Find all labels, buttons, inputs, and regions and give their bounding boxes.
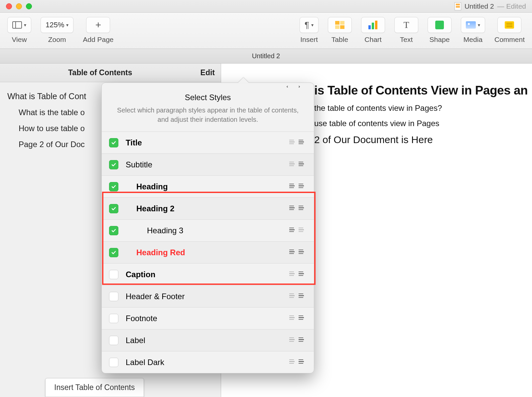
outdent-button[interactable]: ‹ <box>287 250 295 256</box>
indent-icon <box>299 206 307 212</box>
style-label[interactable]: Title <box>118 138 287 147</box>
outdent-icon <box>287 162 295 168</box>
style-row: Footnote ‹ › <box>102 307 314 329</box>
outdent-button: ‹ <box>287 140 295 146</box>
outdent-button: ‹ <box>287 315 295 321</box>
indent-button[interactable]: › <box>299 250 307 256</box>
text-button[interactable]: T <box>394 17 418 33</box>
table-label: Table <box>332 36 348 44</box>
zoom-value: 125% <box>46 21 64 29</box>
style-checkbox[interactable] <box>109 270 118 279</box>
indent-icon <box>299 294 307 299</box>
style-checkbox[interactable] <box>109 138 118 147</box>
style-label[interactable]: Heading 3 <box>118 226 287 235</box>
style-row: Subtitle ‹ › <box>102 153 314 175</box>
indent-button[interactable]: › <box>299 140 307 146</box>
indent-button[interactable]: › <box>299 337 307 343</box>
document-tab[interactable]: Untitled 2 <box>252 52 280 60</box>
style-label[interactable]: Header & Footer <box>118 292 287 301</box>
outdent-button: ‹ <box>287 359 295 365</box>
outdent-icon <box>287 315 295 321</box>
document-subheading-1: the table of contents view in Pages? <box>314 103 522 113</box>
style-checkbox[interactable] <box>109 358 118 367</box>
indent-icon <box>299 140 307 146</box>
table-icon <box>335 21 344 29</box>
indent-controls: ‹ › <box>287 250 307 256</box>
indent-button[interactable]: › <box>299 359 307 365</box>
indent-button[interactable]: › <box>299 294 307 299</box>
indent-button[interactable]: › <box>299 162 307 168</box>
style-label[interactable]: Heading <box>118 182 287 191</box>
shape-icon <box>435 21 444 29</box>
text-icon: T <box>403 20 409 30</box>
shape-button[interactable] <box>428 17 452 33</box>
outdent-icon <box>287 206 295 212</box>
document-subheading-2: use table of contents view in Pages <box>314 119 522 128</box>
add-page-button[interactable]: + <box>86 17 110 33</box>
style-checkbox[interactable] <box>109 248 118 257</box>
document-title: is Table of Contents View in Pages an <box>314 84 522 98</box>
style-label[interactable]: Heading 2 <box>118 204 287 213</box>
style-label[interactable]: Label <box>126 336 145 345</box>
style-label[interactable]: Heading Red <box>118 248 287 257</box>
media-icon <box>466 21 476 29</box>
outdent-button[interactable]: ‹ <box>287 228 295 234</box>
outdent-button: ‹ <box>287 272 295 278</box>
style-label[interactable]: Caption <box>118 270 287 279</box>
chevron-down-icon: ▾ <box>311 22 314 28</box>
indent-icon <box>299 250 307 256</box>
insert-toc-button[interactable]: Insert Table of Contents <box>45 378 144 397</box>
outdent-icon <box>287 250 295 256</box>
document-icon <box>455 2 461 10</box>
view-label: View <box>12 36 27 44</box>
chart-button[interactable] <box>361 17 385 33</box>
indent-controls: ‹ › <box>287 140 307 146</box>
outdent-icon <box>287 359 295 365</box>
style-checkbox[interactable] <box>109 336 118 345</box>
style-checkbox[interactable] <box>109 182 118 191</box>
text-label: Text <box>400 36 413 44</box>
close-window-button[interactable] <box>6 3 12 9</box>
fullscreen-window-button[interactable] <box>26 3 32 9</box>
outdent-button: ‹ <box>287 162 295 168</box>
comment-button[interactable] <box>497 17 521 33</box>
indent-controls: ‹ › <box>287 272 307 278</box>
style-checkbox[interactable] <box>109 160 118 169</box>
zoom-label: Zoom <box>48 36 66 44</box>
indent-button[interactable]: › <box>299 315 307 321</box>
indent-button[interactable]: › <box>299 184 307 190</box>
style-row: Heading ‹ › <box>102 175 314 197</box>
table-button[interactable] <box>328 17 352 33</box>
indent-icon <box>299 228 307 234</box>
outdent-button[interactable]: ‹ <box>287 206 295 212</box>
style-row: Caption ‹ › <box>102 263 314 285</box>
media-label: Media <box>464 36 482 44</box>
indent-icon <box>299 272 307 278</box>
zoom-button[interactable]: 125% ▾ <box>41 17 73 33</box>
style-checkbox[interactable] <box>109 292 118 301</box>
style-label[interactable]: Footnote <box>118 314 287 323</box>
chart-label: Chart <box>364 36 381 44</box>
indent-button[interactable]: › <box>299 206 307 212</box>
style-checkbox[interactable] <box>109 314 118 323</box>
sidebar-edit-button[interactable]: Edit <box>200 68 221 77</box>
chevron-down-icon: ▾ <box>478 22 480 28</box>
indent-controls: ‹ › <box>287 206 307 212</box>
style-checkbox[interactable] <box>109 204 118 213</box>
style-checkbox[interactable] <box>109 226 118 235</box>
indent-controls: ‹ › <box>287 315 307 321</box>
style-label[interactable]: Subtitle <box>118 160 287 169</box>
style-label[interactable]: Label Dark <box>118 358 287 367</box>
indent-icon <box>299 162 307 168</box>
outdent-button[interactable]: ‹ <box>287 184 295 190</box>
indent-controls: ‹ › <box>287 228 307 234</box>
popover-description: Select which paragraph styles appear in … <box>102 105 314 131</box>
insert-label: Insert <box>300 36 318 44</box>
indent-button[interactable]: › <box>299 272 307 278</box>
add-page-label: Add Page <box>83 36 113 44</box>
media-button[interactable]: ▾ <box>461 17 485 33</box>
insert-button[interactable]: ¶ ▾ <box>300 17 319 33</box>
minimize-window-button[interactable] <box>16 3 22 9</box>
comment-label: Comment <box>494 36 525 44</box>
view-button[interactable]: ▾ <box>7 17 31 33</box>
